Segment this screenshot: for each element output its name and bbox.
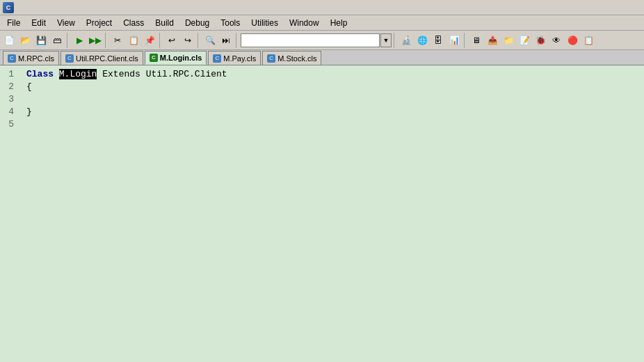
copy-button[interactable]: 📋 — [126, 33, 141, 48]
find-button[interactable]: 🔍 — [202, 33, 218, 48]
open-button[interactable]: 📂 — [17, 33, 33, 48]
code-area[interactable]: Class M.Login Extends Util.RPC.Client{} — [21, 65, 644, 362]
browser-button[interactable]: 🌐 — [414, 33, 430, 48]
tab-icon: C — [213, 54, 221, 63]
output-button[interactable]: 📤 — [485, 33, 500, 48]
tab-label: M.Pay.cls — [223, 54, 256, 63]
line-num-1: 1 — [0, 68, 18, 81]
undo-button[interactable]: ↩ — [164, 33, 179, 48]
title-bar: C — [0, 0, 644, 15]
classname-highlight-token: M.Login — [59, 69, 97, 79]
save-all-button[interactable]: 🗃 — [49, 33, 65, 48]
find-next-button[interactable]: ⏭ — [218, 33, 234, 48]
compile-all-button[interactable]: ▶▶ — [88, 33, 103, 48]
callstack-button[interactable]: 📋 — [581, 33, 596, 48]
menu-item-class[interactable]: Class — [118, 17, 150, 29]
menu-item-window[interactable]: Window — [284, 17, 325, 29]
editor: 12345 Class M.Login Extends Util.RPC.Cli… — [0, 65, 644, 362]
menu-item-file[interactable]: File — [1, 17, 26, 29]
menu-item-build[interactable]: Build — [150, 17, 179, 29]
line-num-5: 5 — [0, 118, 18, 131]
tab-label: Util.RPC.Client.cls — [76, 54, 138, 63]
cut-button[interactable]: ✂ — [110, 33, 125, 48]
menu-bar: FileEditViewProjectClassBuildDebugToolsU… — [0, 15, 644, 31]
watch-button[interactable]: 👁 — [549, 33, 564, 48]
code-token: } — [26, 107, 32, 117]
class-dropdown[interactable] — [241, 33, 380, 47]
tab-label: M.RPC.cls — [18, 54, 54, 63]
tab-label: M.Login.cls — [160, 54, 202, 62]
code-line-1: Class M.Login Extends Util.RPC.Client — [26, 68, 641, 81]
tab-icon: C — [65, 54, 74, 63]
tab-M-Stock-cls[interactable]: CM.Stock.cls — [262, 51, 321, 65]
tab-icon: C — [267, 54, 275, 63]
code-token: { — [26, 81, 32, 92]
sep6 — [394, 33, 396, 48]
tab-label: M.Stock.cls — [277, 54, 316, 63]
save-button[interactable]: 💾 — [33, 33, 49, 48]
debug-button[interactable]: 🐞 — [533, 33, 548, 48]
tab-icon: C — [150, 54, 158, 62]
menu-item-utilities[interactable]: Utilities — [245, 17, 284, 29]
line-num-4: 4 — [0, 106, 18, 118]
templates-button[interactable]: 📝 — [517, 33, 532, 48]
code-line-2: { — [26, 81, 641, 93]
tab-Util-RPC-Client-cls[interactable]: CUtil.RPC.Client.cls — [61, 51, 143, 65]
new-button[interactable]: 📄 — [1, 33, 17, 48]
code-line-3 — [26, 93, 641, 106]
code-line-4: } — [26, 106, 641, 118]
redo-button[interactable]: ↪ — [180, 33, 195, 48]
compile-button[interactable]: ▶ — [72, 33, 87, 48]
line-num-2: 2 — [0, 81, 18, 93]
sep3 — [159, 33, 162, 48]
menu-item-edit[interactable]: Edit — [26, 17, 51, 29]
code-token: Extends Util.RPC.Client — [97, 69, 227, 79]
code-line-5 — [26, 118, 641, 131]
menu-item-help[interactable]: Help — [325, 17, 353, 29]
app-icon: C — [3, 2, 14, 13]
sep7 — [464, 33, 467, 48]
workspace-button[interactable]: 🖥 — [469, 33, 484, 48]
paste-button[interactable]: 📌 — [142, 33, 157, 48]
toolbar: 📄 📂 💾 🗃 ▶ ▶▶ ✂ 📋 📌 ↩ ↪ 🔍 ⏭ ▼ 🔬 🌐 🗄 📊 🖥 📤… — [0, 31, 644, 50]
sep1 — [67, 33, 70, 48]
tab-M-Pay-cls[interactable]: CM.Pay.cls — [208, 51, 261, 65]
tabs-bar: CM.RPC.clsCUtil.RPC.Client.clsCM.Login.c… — [0, 50, 644, 65]
tab-M-RPC-cls[interactable]: CM.RPC.cls — [3, 51, 59, 65]
menu-item-project[interactable]: Project — [81, 17, 118, 29]
menu-item-view[interactable]: View — [51, 17, 81, 29]
menu-item-tools[interactable]: Tools — [215, 17, 245, 29]
sep2 — [105, 33, 108, 48]
line-numbers: 12345 — [0, 65, 21, 362]
sep5 — [236, 33, 239, 48]
project-button[interactable]: 📁 — [501, 33, 516, 48]
line-num-3: 3 — [0, 93, 18, 106]
tab-icon: C — [8, 54, 16, 63]
sep4 — [198, 33, 200, 48]
breakpoints-button[interactable]: 🔴 — [565, 33, 580, 48]
tab-M-Login-cls[interactable]: CM.Login.cls — [145, 51, 207, 65]
menu-item-debug[interactable]: Debug — [179, 17, 215, 29]
keyword-token: Class — [26, 69, 59, 79]
globals-button[interactable]: 🗄 — [430, 33, 446, 48]
inspector-button[interactable]: 🔬 — [399, 33, 414, 48]
class-dropdown-arrow[interactable]: ▼ — [380, 33, 392, 47]
query-button[interactable]: 📊 — [446, 33, 462, 48]
